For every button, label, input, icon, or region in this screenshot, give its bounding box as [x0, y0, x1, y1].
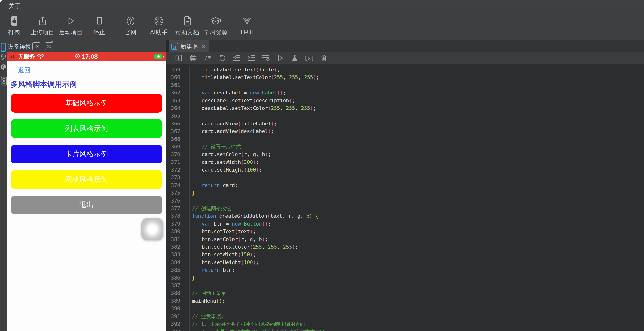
code-token: new: [232, 221, 241, 227]
variables-button[interactable]: [x]: [304, 53, 314, 63]
code-line: 381btn.setColor(r, g, b);: [166, 236, 644, 243]
code-line: 361: [166, 82, 644, 89]
scale-2x-button[interactable]: 2X'': [45, 42, 53, 50]
code-text: btn.setText(text);: [190, 228, 256, 235]
indent-button[interactable]: [246, 53, 256, 63]
phone-button-1[interactable]: 基础风格示例: [11, 94, 162, 112]
outdent-button[interactable]: [232, 53, 242, 63]
line-number: 388: [166, 289, 190, 297]
code-text: return card;: [190, 182, 238, 189]
line-number: 377: [166, 205, 190, 212]
code-line: 373: [166, 174, 644, 181]
phone-button-5[interactable]: 退出: [11, 196, 162, 214]
code-token: ): [253, 160, 256, 165]
code-token: [259, 90, 262, 96]
code-text: // 设置卡片样式: [190, 143, 241, 151]
line-number: 364: [166, 104, 190, 112]
code-token: (: [241, 152, 244, 157]
editor-tab-bar: JS 新建.js ×: [166, 40, 644, 52]
line-number: 390: [166, 305, 190, 312]
undo-icon: [218, 54, 226, 62]
phone-device-icon[interactable]: [1, 42, 6, 53]
code-token: return: [202, 267, 220, 273]
phone-button-4[interactable]: 网格风格示例: [11, 170, 162, 189]
phone-button-2[interactable]: 列表风格示例: [11, 119, 162, 138]
back-link[interactable]: 返回: [18, 66, 31, 74]
clear-trash-button[interactable]: [319, 53, 328, 63]
code-token: btn.setTextColor: [202, 244, 250, 250]
indent-guide: [192, 151, 202, 158]
code-line: 392// 1. 本示例提供了四种不同风格的脚本调用界面: [166, 320, 644, 328]
line-number: 376: [166, 197, 190, 205]
test-flask-button[interactable]: [290, 53, 300, 63]
indent-guide: [192, 158, 202, 166]
code-text: // 1. 本示例提供了四种不同风格的脚本调用界面: [190, 320, 305, 328]
format-button[interactable]: [261, 53, 270, 63]
code-text: titleLabel.setTextColor(255, 255, 255);: [190, 74, 319, 81]
comment-button[interactable]: /*: [203, 53, 212, 63]
stop-outline-icon: [95, 15, 103, 27]
line-number: 389: [166, 297, 190, 305]
openai-icon: [154, 15, 164, 27]
toolbar-stop-button[interactable]: 停止: [85, 13, 113, 38]
code-text: card.setColor(r, g, b);: [190, 151, 271, 158]
tab-new-js[interactable]: JS 新建.js ×: [169, 40, 209, 52]
code-token: (: [238, 128, 241, 134]
code-token: card;: [220, 182, 238, 188]
toolbar-package-button[interactable]: 打包: [0, 13, 28, 38]
new-file-button[interactable]: [174, 53, 184, 63]
code-token: ,: [298, 74, 304, 80]
code-token: (: [238, 252, 241, 258]
code-area[interactable]: 359titleLabel.setText(title);360titleLab…: [166, 64, 644, 331]
remote-control-icon[interactable]: [1, 76, 7, 86]
line-number: 379: [166, 220, 190, 228]
code-text: descLabel.setTextColor(255, 255, 255);: [190, 104, 316, 112]
code-token: titleLabel.setTextColor: [202, 74, 271, 80]
code-token: ;: [283, 90, 286, 96]
palette-icon[interactable]: [1, 64, 6, 70]
console-icon[interactable]: [1, 53, 6, 60]
close-icon[interactable]: ×: [202, 43, 205, 50]
code-text: [190, 136, 202, 143]
code-token: ): [250, 252, 253, 258]
toolbar-help-docs-button[interactable]: 帮助文档: [173, 13, 201, 38]
line-number: 375: [166, 189, 190, 197]
toolbar-ai-assistant-button[interactable]: AI助手: [145, 13, 173, 38]
line-number: 370: [166, 151, 190, 158]
assistive-floating-button[interactable]: [141, 218, 164, 240]
line-number: 371: [166, 158, 190, 166]
line-number: 393: [166, 328, 190, 331]
code-line: 370card.setColor(r, g, b);: [166, 151, 644, 158]
toolbar-upload-project-button[interactable]: 上传项目: [28, 13, 56, 38]
toolbar-start-project-button[interactable]: 启动项目: [56, 13, 85, 38]
code-line: 383btn.setWidth(150);: [166, 251, 644, 258]
undo-button[interactable]: [218, 53, 227, 63]
toolbar-official-site-button[interactable]: 官网: [116, 13, 145, 38]
code-token: (): [277, 90, 283, 96]
toolbar-h-ui-button[interactable]: H-UI: [233, 13, 261, 38]
code-token: ;: [222, 298, 225, 304]
scale-1x-button[interactable]: 1X'': [32, 42, 40, 50]
run-button[interactable]: [276, 53, 285, 63]
code-text: function createGridButton(text, r, g, b)…: [190, 212, 318, 220]
code-token: ): [268, 128, 271, 134]
battery-icon: [154, 54, 164, 60]
device-panel-title: 设备连接: [8, 43, 32, 51]
code-line: 391// 注意事项:: [166, 313, 644, 320]
line-number: 363: [166, 97, 190, 104]
code-token: (: [253, 98, 256, 104]
code-token: ;: [274, 121, 277, 126]
code-token: mainMenu: [192, 298, 216, 304]
code-token: ,: [280, 106, 286, 111]
line-number: 378: [166, 212, 190, 220]
menu-item-about[interactable]: 关于: [8, 2, 21, 10]
print-button[interactable]: [188, 53, 198, 63]
toolbar-group: H-UI: [233, 10, 261, 40]
phone-button-3[interactable]: 卡片风格示例: [11, 145, 162, 164]
code-token: 255: [253, 244, 262, 250]
code-text: // 启动主菜单: [190, 289, 226, 297]
toolbar-learning-resources-button[interactable]: 学习资源: [201, 13, 230, 38]
device-panel-header: 设备连接 1X'' 2X'': [0, 40, 166, 52]
line-number: 361: [166, 82, 190, 89]
line-number: 362: [166, 89, 190, 96]
